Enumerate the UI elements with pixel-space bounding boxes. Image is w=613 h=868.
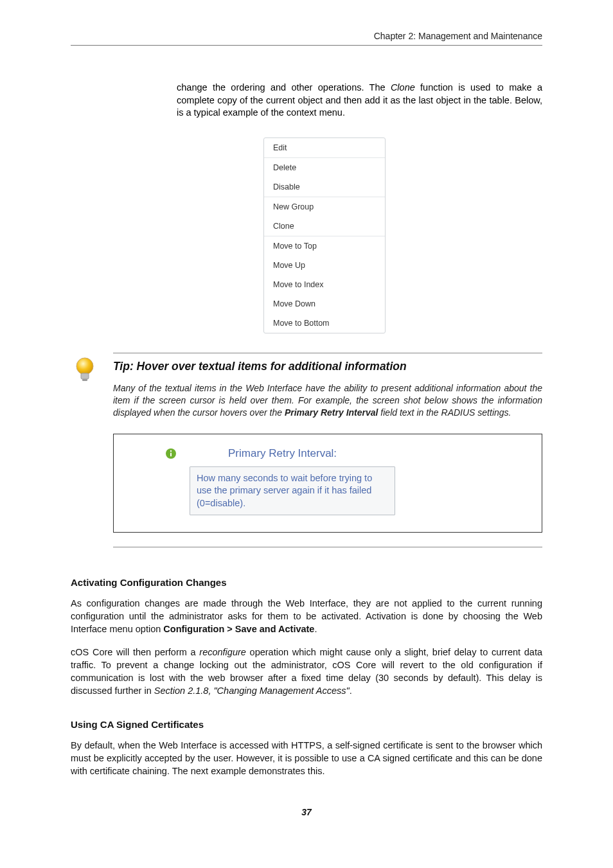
act-1-bold: Configuration > Save and Activate [163,624,314,634]
menu-item-move-index[interactable]: Move to Index [264,275,385,294]
tip-rule-bottom [113,547,542,547]
menu-item-move-top[interactable]: Move to Top [264,236,385,256]
menu-item-clone[interactable]: Clone [264,217,385,236]
info-icon [165,448,177,459]
para-ca-certs: By default, when the Web Interface is ac… [71,739,542,777]
context-menu: Edit Delete Disable New Group Clone Move… [263,137,386,333]
menu-item-disable[interactable]: Disable [264,177,385,197]
menu-item-edit[interactable]: Edit [264,138,385,157]
intro-paragraph: change the ordering and other operations… [177,82,542,120]
act-2-c: . [350,686,352,696]
act-2-ref: Section 2.1.8, "Changing Management Acce… [154,686,350,696]
tip-heading: Tip: Hover over textual items for additi… [113,360,542,373]
tip-rule-top [113,353,542,353]
svg-point-0 [76,358,93,375]
svg-rect-2 [82,379,87,381]
tooltip-figure: Primary Retry Interval: How many seconds… [113,434,542,533]
svg-rect-1 [81,373,89,379]
act-2-em: reconfigure [199,647,246,657]
primary-retry-label: Primary Retry Interval: [228,447,337,460]
running-header: Chapter 2: Management and Maintenance [71,31,542,46]
intro-text-before: change the ordering and other operations… [177,82,391,93]
heading-ca-certs: Using CA Signed Certificates [71,719,542,730]
heading-activating: Activating Configuration Changes [71,577,542,588]
lightbulb-icon [71,355,99,384]
act-2-a: cOS Core will then perform a [71,647,199,657]
tip-paragraph: Many of the textual items in the Web Int… [113,382,542,420]
para-activating-1: As configuration changes are made throug… [71,597,542,635]
act-1-after: . [314,624,317,634]
svg-point-5 [170,450,172,451]
menu-item-move-down[interactable]: Move Down [264,294,385,314]
menu-item-move-bottom[interactable]: Move to Bottom [264,314,385,333]
intro-clone-word: Clone [391,82,415,93]
menu-item-new-group[interactable]: New Group [264,197,385,217]
menu-item-delete[interactable]: Delete [264,157,385,177]
svg-rect-4 [170,452,172,456]
menu-item-move-up[interactable]: Move Up [264,256,385,275]
page-number: 37 [71,807,542,817]
tip-text-after: field text in the RADIUS settings. [378,407,511,418]
tip-bold-field: Primary Retry Interval [285,407,378,418]
para-activating-2: cOS Core will then perform a reconfigure… [71,646,542,697]
tooltip-box: How many seconds to wait before trying t… [190,466,395,516]
